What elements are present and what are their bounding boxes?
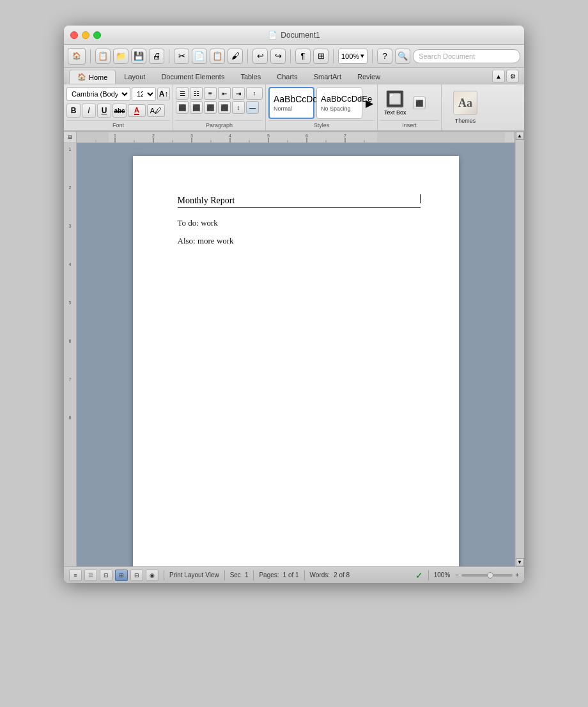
bold-btn[interactable]: B — [66, 104, 81, 118]
toolbar-separator-6 — [372, 49, 373, 63]
font-color-btn[interactable]: A — [128, 104, 146, 117]
font-family-select[interactable]: Cambria (Body) — [66, 87, 130, 101]
redo-btn[interactable]: ↪ — [270, 49, 286, 64]
toolbar: 🏠 📋 📁 💾 🖨 ✂ 📄 📋 🖌 ↩ ↪ ¶ ⊞ 100% ▾ ? 🔍 Sea… — [64, 45, 524, 68]
close-button[interactable] — [70, 31, 78, 39]
minimize-button[interactable] — [82, 31, 89, 39]
svg-text:4: 4 — [229, 134, 231, 138]
right-scrollbar[interactable]: ▲ ▼ — [514, 132, 524, 566]
save-btn[interactable]: 💾 — [131, 49, 146, 64]
align-right-btn[interactable]: ⬛ — [204, 101, 217, 114]
help-btn[interactable]: ? — [377, 49, 392, 64]
view-btn-6[interactable]: ◉ — [146, 570, 159, 581]
themes-preview-box[interactable]: Aa — [453, 91, 477, 115]
tab-review[interactable]: Review — [350, 70, 388, 84]
svg-rect-26 — [377, 132, 505, 143]
title-bar: 📄 Document1 — [64, 26, 524, 45]
zoom-slider-thumb[interactable] — [487, 572, 493, 579]
maximize-button[interactable] — [93, 31, 101, 39]
style-no-spacing-btn[interactable]: AaBbCcDdEe No Spacing — [316, 87, 362, 119]
align-left-btn[interactable]: ⬛ — [176, 101, 189, 114]
home-toolbar-btn[interactable]: 🏠 — [68, 48, 86, 65]
themes-btn[interactable]: Aa Themes — [447, 87, 484, 128]
font-increase-btn[interactable]: A↑ — [157, 88, 170, 100]
tab-home[interactable]: 🏠 Home — [69, 70, 116, 84]
align-center-btn[interactable]: ⬛ — [190, 101, 203, 114]
italic-btn[interactable]: I — [82, 104, 96, 118]
zoom-increase-icon[interactable]: + — [515, 571, 519, 579]
scroll-up-btn[interactable]: ▲ — [516, 132, 524, 140]
layout-view-btn[interactable]: ⊞ — [313, 49, 329, 64]
search-input[interactable]: Search Document — [413, 49, 520, 63]
insert-option-btn[interactable]: ⬛ — [413, 97, 426, 109]
themes-btn-label: Themes — [455, 118, 476, 124]
styles-more-btn[interactable]: ▶ — [364, 87, 375, 119]
status-sep-1 — [164, 570, 164, 580]
status-bar: ≡ ☰ ⊡ ⊞ ⊟ ◉ Print Layout View Sec 1 Page… — [64, 566, 524, 583]
view-btn-2[interactable]: ☰ — [84, 570, 97, 581]
underline-btn[interactable]: U — [97, 104, 111, 118]
paragraph-spacing-btn[interactable]: ↕ — [246, 87, 263, 100]
ribbon-collapse-btn[interactable]: ▲ — [492, 70, 505, 82]
view-btn-5[interactable]: ⊟ — [130, 570, 143, 581]
tab-smartart[interactable]: SmartArt — [306, 70, 349, 84]
copy-btn[interactable]: 📄 — [192, 49, 207, 64]
tab-document-elements[interactable]: Document Elements — [153, 70, 232, 84]
undo-btn[interactable]: ↩ — [252, 49, 268, 64]
view-btn-4[interactable]: ⊞ — [115, 570, 128, 581]
align-justify-btn[interactable]: ⬛ — [218, 101, 231, 114]
traffic-lights — [70, 31, 101, 39]
ribbon-group-themes: Aa Themes — [442, 84, 489, 130]
pages-label: Pages: — [259, 571, 279, 579]
section-num: 1 — [245, 571, 249, 579]
numbered-list-btn[interactable]: ☷ — [190, 87, 203, 100]
document-page[interactable]: Monthly Report To do: work Also: more wo… — [133, 156, 459, 566]
text-box-btn[interactable]: 🔲 Text Box — [380, 88, 410, 118]
vmark-7: 7 — [64, 376, 76, 414]
app-window: 📄 Document1 🏠 📋 📁 💾 🖨 ✂ 📄 📋 🖌 ↩ ↪ ¶ ⊞ 10… — [64, 26, 524, 583]
text-box-icon: 🔲 — [385, 90, 405, 108]
ribbon-spacer — [489, 84, 524, 130]
toolbar-separator-2 — [169, 49, 169, 63]
bullets-btn[interactable]: ☰ — [176, 87, 189, 100]
vertical-ruler-marks: 1 2 3 4 5 6 7 8 — [64, 143, 76, 453]
decrease-indent-btn[interactable]: ⇤ — [218, 87, 231, 100]
print-btn[interactable]: 🖨 — [149, 49, 164, 64]
doc-main: 1 2 3 4 5 6 7 — [77, 132, 514, 566]
styles-group-label: Styles — [268, 120, 375, 130]
format-painter-btn[interactable]: 🖌 — [228, 49, 243, 64]
tab-layout[interactable]: Layout — [116, 70, 153, 84]
search-placeholder: Search Document — [419, 52, 475, 60]
tab-tables[interactable]: Tables — [233, 70, 268, 84]
font-size-select[interactable]: 12 — [132, 87, 156, 101]
style-normal-btn[interactable]: AaBbCcDdEe Normal — [268, 87, 314, 119]
status-sep-5 — [428, 570, 429, 580]
zoom-slider-track[interactable] — [461, 574, 513, 577]
multilevel-list-btn[interactable]: ≡ — [204, 87, 217, 100]
zoom-slider[interactable]: − + — [455, 571, 519, 579]
vmark-6: 6 — [64, 338, 76, 376]
open-btn[interactable]: 📁 — [113, 49, 128, 64]
increase-indent-btn[interactable]: ⇥ — [232, 87, 245, 100]
view-btn-3[interactable]: ⊡ — [100, 570, 112, 581]
words-val: 2 of 8 — [334, 571, 350, 579]
shading-btn[interactable]: — — [246, 101, 259, 114]
scroll-down-btn[interactable]: ▼ — [516, 558, 524, 566]
pilcrow-btn[interactable]: ¶ — [295, 49, 311, 64]
ribbon-customize-btn[interactable]: ⚙ — [506, 70, 519, 82]
document-scroll-area[interactable]: Monthly Report To do: work Also: more wo… — [77, 143, 514, 566]
tab-charts[interactable]: Charts — [269, 70, 305, 84]
strikethrough-btn[interactable]: abc — [112, 104, 127, 118]
line-spacing-btn[interactable]: ↕ — [232, 101, 245, 114]
svg-text:1: 1 — [114, 134, 116, 138]
zoom-selector[interactable]: 100% ▾ — [338, 49, 368, 64]
highlight-color-btn[interactable]: A🖊 — [147, 104, 165, 117]
svg-text:3: 3 — [190, 134, 193, 138]
search-icon-btn[interactable]: 🔍 — [395, 49, 410, 64]
paste-btn[interactable]: 📋 — [210, 49, 225, 64]
new-doc-btn[interactable]: 📋 — [95, 49, 111, 64]
zoom-decrease-icon[interactable]: − — [455, 571, 459, 579]
cut-btn[interactable]: ✂ — [174, 49, 189, 64]
view-btn-1[interactable]: ≡ — [69, 570, 82, 581]
top-ruler: 1 2 3 4 5 6 7 — [77, 132, 514, 143]
